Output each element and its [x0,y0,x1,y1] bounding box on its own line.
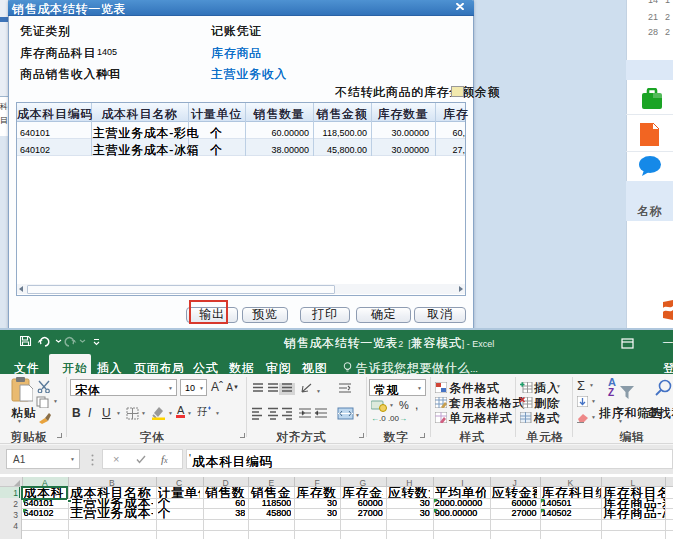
svg-text:孖: 孖 [197,406,207,417]
